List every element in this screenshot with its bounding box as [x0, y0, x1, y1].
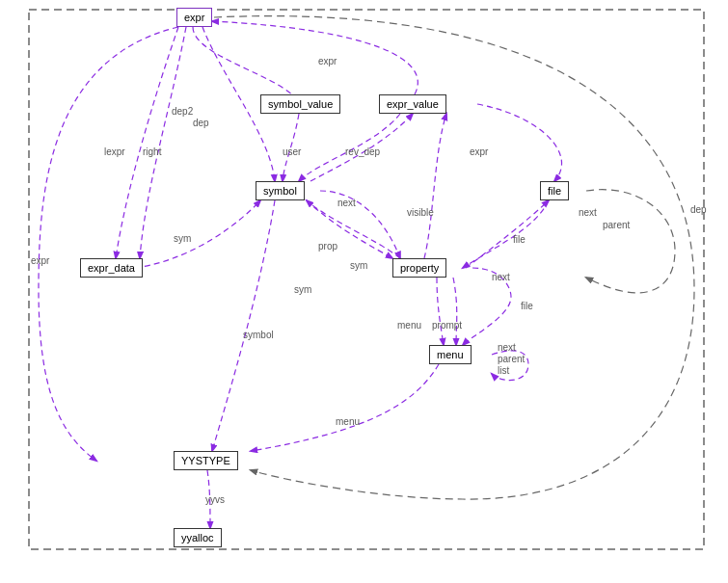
- node-yyalloc: yyalloc: [174, 528, 222, 547]
- label-sym-bottom: sym: [294, 284, 311, 295]
- label-dep-right: dep: [690, 204, 707, 215]
- graph-container: expr symbol_value expr_value symbol expr…: [0, 0, 728, 583]
- svg-rect-0: [29, 10, 704, 549]
- label-list: list: [498, 365, 509, 376]
- label-dep: dep: [193, 118, 209, 128]
- label-next-prop: next: [492, 272, 510, 282]
- label-prompt: prompt: [432, 320, 462, 331]
- label-sym-prop: sym: [350, 260, 367, 271]
- label-next-symbol: next: [337, 198, 356, 208]
- graph-svg: [0, 0, 728, 583]
- node-expr-data: expr_data: [80, 258, 143, 278]
- label-sym-left: sym: [174, 233, 191, 244]
- label-menu-bottom: menu: [336, 416, 360, 427]
- label-expr-left: expr: [31, 255, 49, 266]
- label-parent-file: parent: [603, 220, 630, 230]
- label-dep2: dep2: [172, 106, 193, 117]
- label-yyvs: yyvs: [205, 494, 225, 505]
- label-expr-right: expr: [470, 146, 488, 157]
- node-file: file: [540, 181, 569, 200]
- label-file-top: file: [513, 234, 526, 245]
- label-expr-top: expr: [318, 56, 337, 66]
- label-prop: prop: [318, 241, 337, 252]
- label-symbol: symbol: [243, 330, 274, 340]
- label-menu: menu: [397, 320, 421, 331]
- label-file-bottom: file: [521, 301, 533, 311]
- label-user: user: [283, 146, 301, 157]
- label-lexpr: lexpr: [104, 146, 125, 157]
- label-visible: visible: [407, 207, 434, 218]
- node-expr-value: expr_value: [379, 94, 446, 114]
- label-right: right: [143, 146, 161, 157]
- node-property: property: [392, 258, 446, 278]
- node-menu: menu: [429, 345, 472, 364]
- label-next-file: next: [579, 207, 597, 218]
- label-next-menu: next: [498, 342, 516, 353]
- node-symbol-value: symbol_value: [260, 94, 340, 114]
- label-parent-menu: parent: [498, 354, 525, 364]
- node-expr: expr: [176, 8, 212, 27]
- node-yystype: YYSTYPE: [174, 451, 238, 470]
- node-symbol: symbol: [256, 181, 305, 200]
- label-rev-dep: rev_dep: [345, 146, 380, 157]
